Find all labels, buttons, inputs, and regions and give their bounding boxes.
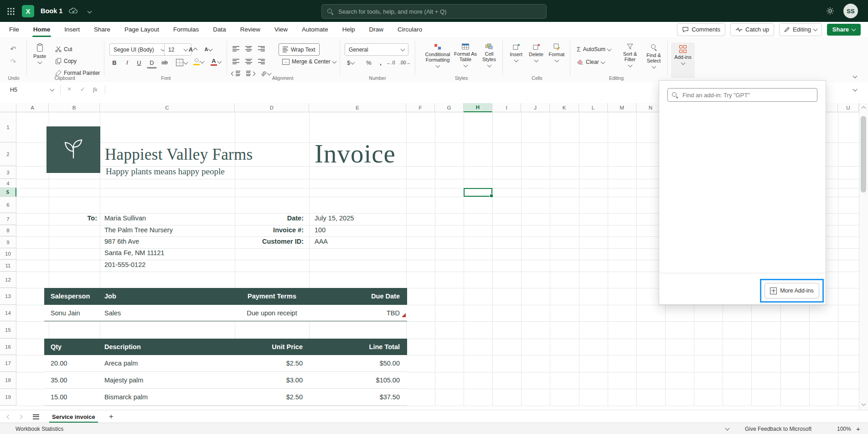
autosum-button[interactable]: Σ AutoSum	[574, 44, 613, 54]
column-header-I[interactable]: I	[492, 103, 521, 112]
row-header-8[interactable]: 8	[0, 225, 16, 236]
sort-filter-button[interactable]: Sort & Filter	[618, 42, 642, 76]
cell-date-label[interactable]: Date:	[219, 214, 304, 222]
align-top-button[interactable]	[231, 43, 241, 54]
sheet-nav-prev-icon[interactable]	[7, 414, 11, 419]
row-header-11[interactable]: 11	[0, 260, 16, 272]
tab-home[interactable]: Home	[32, 22, 52, 37]
increase-decimal-button[interactable]: .00→	[399, 57, 411, 68]
feedback-link[interactable]: Give Feedback to Microsoft	[745, 426, 811, 432]
tab-formulas[interactable]: Formulas	[172, 22, 200, 37]
row-header-16[interactable]: 16	[0, 339, 16, 355]
excel-app-icon[interactable]: X	[22, 5, 34, 17]
column-header-K[interactable]: K	[550, 103, 579, 112]
catch-up-button[interactable]: Catch up	[730, 23, 774, 36]
undo-button[interactable]: ↶	[8, 43, 18, 54]
copy-button[interactable]: Copy	[53, 56, 79, 66]
selected-cell-H5[interactable]	[464, 188, 492, 197]
enter-button[interactable]: ✓	[80, 86, 85, 93]
cell-styles-button[interactable]: Cell Styles	[479, 42, 500, 76]
zoom-level[interactable]: 100%	[837, 426, 851, 432]
row-header-13[interactable]: 13	[0, 288, 16, 305]
row-header-12[interactable]: 12	[0, 272, 16, 288]
double-underline-button[interactable]: D	[147, 58, 157, 68]
column-header-A[interactable]: A	[16, 103, 49, 112]
zoom-in-button[interactable]: +	[856, 425, 860, 433]
select-all-corner[interactable]	[0, 103, 16, 112]
font-color-button[interactable]: A	[211, 56, 221, 67]
ribbon-collapse-chevron-icon[interactable]	[853, 74, 858, 78]
cell-to-street[interactable]: 987 6th Ave	[104, 238, 139, 245]
row-header-15[interactable]: 15	[0, 321, 16, 339]
workbook-statistics-button[interactable]: Workbook Statistics	[16, 426, 63, 432]
align-right-button[interactable]	[256, 56, 266, 67]
workbook-title[interactable]: Book 1	[41, 7, 62, 15]
row-header-17[interactable]: 17	[0, 355, 16, 372]
tab-review[interactable]: Review	[239, 22, 261, 37]
cell-customer-id-value[interactable]: AAA	[315, 238, 328, 245]
app-launcher-waffle-icon[interactable]	[7, 7, 15, 15]
scroll-down-icon[interactable]	[862, 402, 866, 406]
cell-invoice-title[interactable]: Invoice	[315, 139, 396, 168]
strikethrough-button[interactable]: ab	[160, 57, 170, 68]
cell-invoice-number-label[interactable]: Invoice #:	[219, 226, 304, 234]
salesperson-table-header[interactable]: Salesperson Job Payment Terms Due Date	[44, 288, 407, 305]
conditional-formatting-button[interactable]: Conditional Formatting	[424, 42, 451, 76]
title-chevron-down-icon[interactable]	[88, 9, 92, 13]
vertical-scrollbar-thumb[interactable]	[861, 116, 866, 193]
italic-button[interactable]: I	[122, 57, 132, 68]
accounting-format-button[interactable]: $	[346, 57, 356, 68]
tab-automate[interactable]: Automate	[301, 22, 329, 37]
addins-button[interactable]: Add-ins	[671, 42, 695, 78]
line-items-table-header[interactable]: Qty Description Unit Price Line Total	[44, 339, 407, 355]
decrease-decimal-button[interactable]: ←.0	[386, 57, 396, 68]
comma-style-button[interactable]: ,	[376, 57, 386, 68]
align-center-button[interactable]	[243, 56, 253, 67]
merge-center-button[interactable]: ↔ Merge & Center	[280, 57, 338, 67]
insert-function-button[interactable]: fx	[93, 86, 97, 93]
row-header-6[interactable]: 6	[0, 197, 16, 213]
paste-button[interactable]: Paste	[29, 42, 50, 76]
header-search-input[interactable]	[337, 8, 541, 16]
decrease-font-size-button[interactable]: A	[203, 44, 213, 55]
find-select-button[interactable]: Find & Select	[643, 42, 665, 76]
cell-to-phone[interactable]: 201-555-0122	[104, 261, 145, 268]
cell-company-name[interactable]: Happiest Valley Farms	[105, 146, 253, 164]
row-header-10[interactable]: 10	[0, 248, 16, 260]
cancel-button[interactable]: ×	[67, 85, 71, 93]
cell-to-city[interactable]: Santa Fe, NM 11121	[104, 249, 165, 256]
cell-company-tagline[interactable]: Happy plants means happy people	[106, 167, 225, 177]
sheet-nav-next-icon[interactable]	[18, 414, 23, 419]
status-chevron-down-icon[interactable]	[725, 426, 730, 431]
decrease-indent-button[interactable]	[231, 68, 241, 79]
row-header-3[interactable]: 3	[0, 166, 16, 179]
number-format-select[interactable]: General	[345, 43, 408, 56]
font-family-select[interactable]: Segoe UI (Body)	[109, 43, 169, 56]
borders-button[interactable]	[176, 57, 187, 68]
format-as-table-button[interactable]: Format As Table	[453, 42, 478, 76]
tab-share[interactable]: Share	[93, 22, 111, 37]
cell-customer-id-label[interactable]: Customer ID:	[219, 238, 304, 245]
header-search[interactable]	[321, 4, 547, 19]
column-header-L[interactable]: L	[579, 103, 608, 112]
cell-date-value[interactable]: July 15, 2025	[315, 214, 354, 222]
tab-help[interactable]: Help	[341, 22, 356, 37]
row-header-2[interactable]: 2	[0, 142, 16, 166]
tab-circularo[interactable]: Circularo	[397, 22, 423, 37]
tab-draw[interactable]: Draw	[368, 22, 385, 37]
tab-file[interactable]: File	[8, 22, 20, 37]
align-left-button[interactable]	[231, 56, 241, 67]
orientation-button[interactable]: ab	[261, 68, 271, 79]
tab-view[interactable]: View	[274, 22, 289, 37]
tab-page-layout[interactable]: Page Layout	[124, 22, 160, 37]
column-header-G[interactable]: G	[435, 103, 464, 112]
editing-mode-button[interactable]: Editing	[779, 23, 822, 36]
fill-color-button[interactable]	[193, 56, 204, 67]
company-logo[interactable]	[46, 126, 100, 173]
add-sheet-button[interactable]: +	[109, 412, 114, 421]
row-header-18[interactable]: 18	[0, 372, 16, 389]
account-avatar[interactable]: SS	[843, 4, 858, 18]
cell-to-label[interactable]: To:	[49, 214, 97, 222]
column-header-D[interactable]: D	[235, 103, 309, 112]
line-item-row[interactable]: 20.00 Areca palm $2.50 $50.00	[44, 355, 407, 372]
